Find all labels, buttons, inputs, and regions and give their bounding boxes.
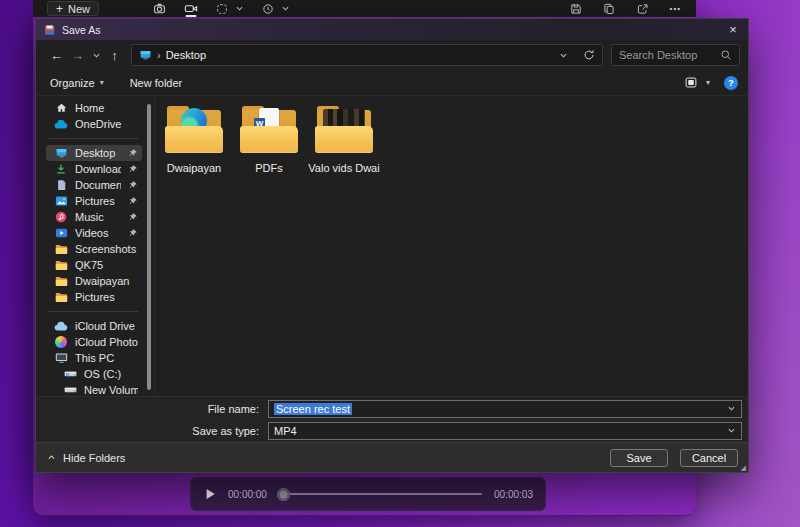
sidebar-item-icloud-drive[interactable]: iCloud Drive [46,318,142,334]
sidebar-item-dwaipayan[interactable]: Dwaipayan [46,273,142,289]
search-icon [720,49,732,61]
toolbar-actions: ••• [568,0,683,17]
new-capture-label: New [68,3,90,15]
organize-caret-icon: ▾ [100,78,104,87]
current-time: 00:00:00 [228,489,267,500]
documents-icon [54,179,68,192]
view-mode-icon[interactable] [684,76,698,89]
save-as-app-icon [44,24,56,36]
sidebar-item-label: Home [75,102,138,114]
save-type-value: MP4 [274,425,297,437]
file-list: DwaipayanPDFsValo vids Dwai [155,96,748,396]
sidebar-item-pictures[interactable]: Pictures [46,289,142,305]
sidebar-item-pictures[interactable]: Pictures [46,193,142,209]
save-fields: File name: Screen rec test Save as type:… [36,396,748,442]
folder-name: Dwaipayan [167,162,221,174]
organize-button[interactable]: Organize ▾ [50,77,104,89]
sidebar-item-this-pc[interactable]: This PC [46,350,142,366]
capture-shape-icon[interactable] [214,0,230,17]
new-capture-button[interactable]: + New [47,1,99,16]
chevron-up-icon [47,453,56,462]
plus-icon: + [56,3,63,15]
pin-icon [128,212,138,222]
folder-tile-pdfs[interactable]: PDFs [234,104,304,174]
save-type-select[interactable]: MP4 [268,422,742,440]
sidebar-item-new-volume-d[interactable]: New Volume (D: [46,382,142,396]
navigation-bar: ← → ↑ › Desktop Search Desktop [36,40,748,70]
refresh-icon[interactable] [583,49,595,61]
sidebar-item-label: QK75 [75,259,138,271]
pin-icon [128,228,138,238]
save-type-chevron-icon[interactable] [727,426,736,435]
video-camera-icon[interactable] [182,0,200,17]
capture-delay-chevron-icon[interactable] [279,0,292,17]
folder-icon [165,106,223,153]
folder-icon [315,106,373,153]
save-type-label: Save as type: [36,425,268,437]
sidebar-item-label: Desktop [75,147,121,159]
cancel-button[interactable]: Cancel [680,449,738,467]
folder-tile-dwaipayan[interactable]: Dwaipayan [159,104,229,174]
photo-camera-icon[interactable] [151,0,168,17]
sidebar-scrollbar[interactable] [147,104,151,390]
seek-slider[interactable] [277,487,484,501]
dialog-body: HomeOneDriveDesktopDownloadsDocumentsPic… [36,96,748,396]
thispc-icon [54,352,68,365]
address-bar[interactable]: › Desktop [131,44,603,66]
sidebar-item-documents[interactable]: Documents [46,177,142,193]
search-box[interactable]: Search Desktop [611,44,740,66]
sidebar-item-onedrive[interactable]: OneDrive [46,116,142,132]
forward-button[interactable]: → [67,44,88,66]
save-as-dialog: Save As × ← → ↑ › Desktop Search Desktop [35,18,749,473]
recent-locations-chevron-icon[interactable] [88,44,104,66]
play-button[interactable] [203,486,218,503]
desktop-icon [54,147,68,160]
help-icon[interactable]: ? [724,76,738,90]
music-icon [54,211,68,224]
new-folder-button[interactable]: New folder [130,77,183,89]
seek-handle[interactable] [277,488,290,501]
sidebar-separator [48,138,138,139]
capture-shape-chevron-icon[interactable] [233,0,246,17]
folder-icon [54,291,68,304]
sidebar-item-label: Music [75,211,121,223]
share-icon[interactable] [634,0,651,17]
save-button[interactable]: Save [610,449,668,467]
home-icon [54,102,68,115]
sidebar-item-music[interactable]: Music [46,209,142,225]
address-dropdown-chevron-icon[interactable] [559,51,568,60]
dialog-titlebar: Save As × [36,19,748,40]
back-button[interactable]: ← [46,44,67,66]
hide-folders-button[interactable]: Hide Folders [47,452,125,464]
copy-icon[interactable] [601,0,617,17]
breadcrumb-desktop[interactable]: Desktop [166,49,206,61]
new-folder-label: New folder [130,77,183,89]
desktop: + New ••• 00:00:00 00:00:03 [0,0,800,527]
file-name-chevron-icon[interactable] [727,404,736,413]
drive-icon [63,384,77,397]
hide-folders-label: Hide Folders [63,452,125,464]
sidebar-item-videos[interactable]: Videos [46,225,142,241]
sidebar-item-qk75[interactable]: QK75 [46,257,142,273]
sidebar-item-desktop[interactable]: Desktop [46,145,142,161]
sidebar-item-screenshots[interactable]: Screenshots [46,241,142,257]
sidebar-item-label: Downloads [75,163,121,175]
resize-grip[interactable]: ◢ [741,464,746,471]
sidebar-item-icloud-photos[interactable]: iCloud Photos [46,334,142,350]
save-icon[interactable] [568,0,584,17]
sidebar-item-downloads[interactable]: Downloads [46,161,142,177]
folder-tile-valo-vids-dwai[interactable]: Valo vids Dwai [309,104,379,174]
file-name-input[interactable]: Screen rec test [268,400,742,418]
folder-icon [240,106,298,153]
folder-icon [54,275,68,288]
close-icon[interactable]: × [718,19,748,40]
more-options-icon[interactable]: ••• [668,0,683,17]
sidebar-item-os-c[interactable]: OS (C:) [46,366,142,382]
view-mode-caret-icon[interactable]: ▾ [706,78,710,87]
up-button[interactable]: ↑ [104,44,125,66]
icloud-icon [54,320,68,333]
sidebar-item-label: Screenshots [75,243,138,255]
capture-delay-clock-icon[interactable] [260,0,276,17]
pin-icon [128,196,138,206]
sidebar-item-home[interactable]: Home [46,100,142,116]
